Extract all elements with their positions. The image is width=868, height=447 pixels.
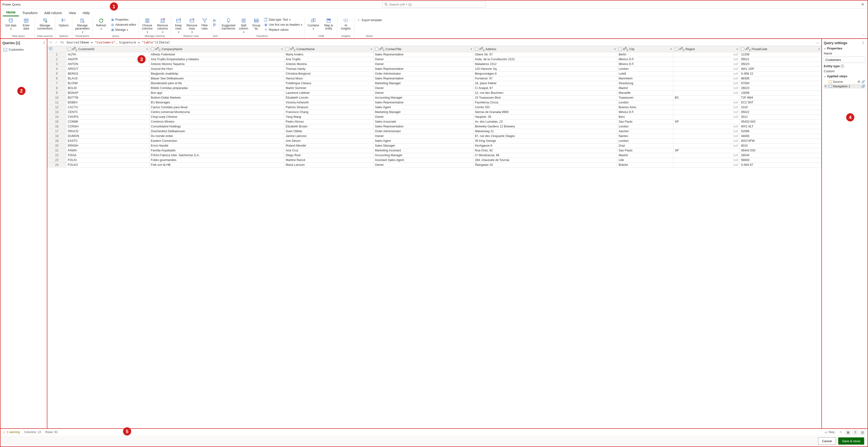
group-by-button[interactable]: Group by [251, 17, 261, 30]
cell[interactable]: Owner [373, 163, 473, 167]
cell[interactable]: Owner [373, 114, 473, 119]
cell[interactable]: T2F 8M4 [740, 95, 822, 100]
table-row[interactable]: 2ANATRAna Trujillo Emparedados y helados… [48, 57, 822, 62]
table-row[interactable]: 14CHOPSChop-suey ChineseYang WangOwnerHa… [48, 114, 822, 119]
replace-values-button[interactable]: ↻Replace values [263, 27, 303, 32]
diagram-view-button[interactable]: ⎌ [838, 430, 843, 435]
type-icon[interactable] [675, 48, 678, 50]
cell[interactable]: null [673, 153, 739, 158]
table-row[interactable]: 10BOTTMBottom-Dollar MarketsElizabeth Li… [48, 95, 822, 100]
sort-desc-button[interactable]: ZA [213, 23, 217, 26]
row-number[interactable]: 19 [48, 138, 66, 143]
cell[interactable]: null [673, 110, 739, 114]
cell[interactable]: Avda. de la Constitución 2222 [473, 57, 617, 62]
cell[interactable]: null [673, 134, 739, 138]
tab-view[interactable]: View [65, 10, 79, 16]
type-icon[interactable] [619, 48, 622, 50]
cell[interactable]: Martín Sommer [284, 85, 373, 91]
table-row[interactable]: 11BSBEVB's BeveragesVictoria AshworthSal… [48, 100, 822, 105]
cell[interactable]: DRACD [66, 129, 149, 134]
cell[interactable]: Sao Paulo [617, 119, 673, 124]
type-icon[interactable] [68, 48, 71, 50]
cell[interactable]: Thomas Hardy [284, 66, 373, 71]
row-number[interactable]: 12 [48, 105, 66, 110]
cell[interactable]: WA1 1DP [740, 66, 822, 71]
cell[interactable]: Av. dos Lusíadas, 23 [473, 119, 617, 124]
cell[interactable]: Mataderos 2312 [473, 62, 617, 66]
properties-section[interactable]: ⌄Properties [824, 46, 866, 50]
table-row[interactable]: 21FAMIAFamilia ArquibaldoAria CruzMarket… [48, 148, 822, 153]
cell[interactable]: EASTC [66, 138, 149, 143]
cell[interactable]: Sales Manager [373, 143, 473, 148]
row-number[interactable]: 8 [48, 85, 66, 91]
row-number[interactable]: 6 [48, 76, 66, 81]
cell[interactable]: null [673, 57, 739, 62]
cell[interactable]: Marketing Manager [373, 81, 473, 85]
search-input[interactable] [382, 1, 486, 8]
cell[interactable]: C/ Moralzarzal, 86 [473, 153, 617, 158]
warning-indicator[interactable]: ⚠1 warning [3, 431, 20, 434]
cell[interactable]: Folies gourmandes [149, 158, 284, 163]
cell[interactable]: BOTTM [66, 95, 149, 100]
table-row[interactable]: 16CONSHConsolidated HoldingsElizabeth Br… [48, 124, 822, 129]
row-number[interactable]: 21 [48, 148, 66, 153]
table-row[interactable]: 24FOLKOFolk och fä HBMaria LarssonOwnerÅ… [48, 163, 822, 167]
list-view-button[interactable]: ☰ [852, 430, 858, 435]
cell[interactable]: Laurence Lebihan [284, 91, 373, 95]
cell[interactable]: Cerrito 333 [473, 105, 617, 110]
cell[interactable]: 67, rue des Cinquante Otages [473, 134, 617, 138]
table-row[interactable]: 13CENTCCentro comercial MoctezumaFrancis… [48, 110, 822, 114]
cell[interactable]: Graz [617, 143, 673, 148]
column-header[interactable]: ABC CompanyName▾ [149, 46, 284, 52]
manage-connections-button[interactable]: Manage connections [36, 17, 54, 30]
cell[interactable]: Luleå [617, 71, 673, 76]
table-row[interactable]: 15COMMIComércio MineiroPedro AfonsoSales… [48, 119, 822, 124]
corner-cell[interactable] [48, 46, 66, 52]
cell[interactable]: Folk och fä HB [149, 163, 284, 167]
sort-asc-button[interactable]: AZ [213, 19, 217, 22]
cell[interactable]: C/ Araquil, 67 [473, 85, 617, 91]
query-name-input[interactable] [824, 57, 866, 63]
cell[interactable]: Bottom-Dollar Markets [149, 95, 284, 100]
filter-icon[interactable]: ▾ [671, 48, 672, 50]
cell[interactable]: EC2 5NT [740, 100, 822, 105]
cell[interactable]: 28034 [740, 153, 822, 158]
cell[interactable]: null [673, 100, 739, 105]
cell[interactable]: Ana Trujillo Emparedados y helados [149, 57, 284, 62]
cell[interactable]: null [673, 81, 739, 85]
cell[interactable]: null [673, 71, 739, 76]
cell[interactable]: Sales Agent [373, 105, 473, 110]
cell[interactable]: London [617, 66, 673, 71]
cell[interactable]: Martine Rancé [284, 158, 373, 163]
row-number[interactable]: 1 [48, 52, 66, 57]
table-row[interactable]: 8BOLIDBólido Comidas preparadasMartín So… [48, 85, 822, 91]
cell[interactable]: 184, chaussée de Tournai [473, 158, 617, 163]
link-icon[interactable]: 🔗 [861, 80, 865, 83]
type-icon[interactable] [375, 48, 378, 50]
cell[interactable]: Victoria Ashworth [284, 100, 373, 105]
table-row[interactable]: 17DRACDDrachenblut DelikatessenSven Ottl… [48, 129, 822, 134]
row-number[interactable]: 13 [48, 110, 66, 114]
column-header[interactable]: ABC City▾ [617, 46, 673, 52]
cell[interactable]: 3012 [740, 114, 822, 119]
filter-icon[interactable]: ▾ [371, 48, 372, 50]
table-row[interactable]: 3ANTONAntonio Moreno TaqueríaAntonio Mor… [48, 62, 822, 66]
cell[interactable]: Rua Orós, 92 [473, 148, 617, 153]
tab-home[interactable]: Home [3, 9, 19, 16]
cell[interactable]: Ernst Handel [149, 143, 284, 148]
row-number[interactable]: 16 [48, 124, 66, 129]
filter-rows-button[interactable]: Filter rows [199, 17, 210, 30]
cell[interactable]: null [673, 143, 739, 148]
type-icon[interactable] [286, 48, 289, 50]
cell[interactable]: ERNSH [66, 143, 149, 148]
row-number[interactable]: 11 [48, 100, 66, 105]
cell[interactable]: S-844 67 [740, 163, 822, 167]
cell[interactable]: null [673, 124, 739, 129]
cell[interactable]: Åkergatan 24 [473, 163, 617, 167]
step-source[interactable]: Source ⚙🔗 [824, 79, 866, 84]
properties-button[interactable]: ▦Properties [110, 17, 137, 22]
cell[interactable]: BLONP [66, 81, 149, 85]
table-row[interactable]: 4AROUTAround the HornThomas HardySales R… [48, 66, 822, 71]
cell[interactable]: Madrid [617, 85, 673, 91]
cell[interactable]: Du monde entier [149, 134, 284, 138]
